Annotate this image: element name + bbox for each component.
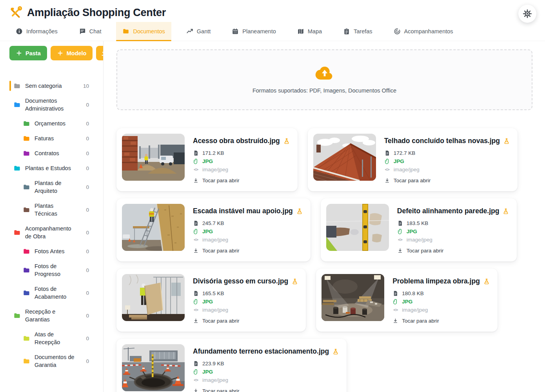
folder-row[interactable]: Sem categoria 10 <box>0 78 103 93</box>
folder-row[interactable]: Contratos 0 <box>0 146 103 161</box>
goal-icon <box>394 28 401 35</box>
add-folder-label: Pasta <box>25 50 41 56</box>
download-open-icon <box>193 318 199 324</box>
mime-type: image/jpeg <box>202 237 228 243</box>
folder-row[interactable]: Fotos Antes 0 <box>0 244 103 259</box>
folder-icon <box>23 289 30 297</box>
folder-row[interactable]: Plantas de Arquiteto 0 <box>0 176 103 198</box>
paperclip-icon <box>384 158 390 164</box>
calendar-icon <box>232 28 239 35</box>
tab-planeamento[interactable]: Planeamento <box>225 22 282 41</box>
document-card[interactable]: Escada instável mau apoio.jpg 245.7 KB J… <box>116 198 311 261</box>
folder-icon <box>23 267 30 274</box>
open-file-action[interactable]: Tocar para abrir <box>397 248 509 254</box>
folder-label: Fotos de Progresso <box>35 262 74 278</box>
open-file-label: Tocar para abrir <box>394 178 431 183</box>
open-file-label: Tocar para abrir <box>202 318 240 324</box>
upload-dropzone[interactable]: Formatos suportados: PDF, Imagens, Docum… <box>116 49 532 110</box>
document-name: Defeito alinhamento parede.jpg <box>397 207 500 215</box>
document-card[interactable]: Afundamento terreno estacionamento.jpg 2… <box>116 339 347 392</box>
document-card[interactable]: Defeito alinhamento parede.jpg 183.5 KB … <box>321 198 517 261</box>
folder-row[interactable]: Fotos de Acabamento 0 <box>0 281 103 304</box>
open-file-action[interactable]: Tocar para abrir <box>193 318 298 324</box>
code-icon: <> <box>392 307 398 313</box>
download-open-icon <box>193 388 199 392</box>
file-format-row: JPG <box>392 299 490 305</box>
code-icon: <> <box>193 167 199 172</box>
folder-count: 0 <box>79 313 89 319</box>
folder-row[interactable]: Acompanhamento de Obra 0 <box>0 221 103 244</box>
file-size-row: 165.5 KB <box>193 290 298 296</box>
folder-row[interactable]: Faturas 0 <box>0 131 103 146</box>
add-template-button[interactable]: Modelo <box>51 46 93 60</box>
document-card[interactable]: Telhado concluído telhas novas.jpg 172.7… <box>308 128 518 191</box>
download-open-icon <box>193 178 199 183</box>
settings-button[interactable] <box>518 5 536 23</box>
folder-icon <box>13 82 21 90</box>
folder-count: 10 <box>79 83 89 89</box>
folder-count: 0 <box>79 102 89 108</box>
tab-gantt[interactable]: Gantt <box>180 22 217 41</box>
paperclip-icon <box>397 229 403 234</box>
document-card[interactable]: Divisória gesso em curso.jpg 165.5 KB JP… <box>116 269 306 332</box>
flask-icon <box>483 278 490 285</box>
folder-count: 0 <box>79 358 89 364</box>
download-all-button[interactable] <box>96 46 104 60</box>
folder-row[interactable]: Documentos Administrativos 0 <box>0 93 103 116</box>
open-file-action[interactable]: Tocar para abrir <box>193 248 303 254</box>
tab-mapa[interactable]: Mapa <box>291 22 328 41</box>
file-size: 172.7 KB <box>394 150 416 156</box>
document-card[interactable]: Acesso obra obstruído.jpg 171.2 KB JPG <… <box>116 128 298 191</box>
file-size-row: 180.8 KB <box>392 290 490 296</box>
file-size-row: 245.7 KB <box>193 220 303 226</box>
folder-row[interactable]: Orçamentos 0 <box>0 116 103 131</box>
mime-type: image/jpeg <box>202 307 228 313</box>
folder-row[interactable]: Fotos de Progresso 0 <box>0 259 103 281</box>
folder-count: 0 <box>79 249 89 254</box>
folder-row[interactable]: Plantas e Estudos 0 <box>0 161 103 176</box>
open-file-action[interactable]: Tocar para abrir <box>384 178 510 183</box>
mime-type: image/jpeg <box>407 237 432 243</box>
folder-label: Plantas Técnicas <box>35 202 74 218</box>
file-icon <box>193 150 199 156</box>
add-folder-button[interactable]: Pasta <box>9 46 47 60</box>
document-name: Divisória gesso em curso.jpg <box>193 277 288 285</box>
folder-row[interactable]: Recepção e Garantias 0 <box>0 304 103 327</box>
folder-count: 0 <box>79 184 89 190</box>
download-open-icon <box>397 248 403 254</box>
tab-chat[interactable]: Chat <box>73 22 108 41</box>
tab-label: Gantt <box>197 28 211 34</box>
folder-label: Orçamentos <box>35 120 74 127</box>
chat-icon <box>79 28 86 35</box>
file-size: 165.5 KB <box>202 290 224 296</box>
tab-acompanhamentos[interactable]: Acompanhamentos <box>387 22 460 41</box>
folder-row[interactable]: Plantas Técnicas 0 <box>0 198 103 221</box>
open-file-action[interactable]: Tocar para abrir <box>193 388 339 392</box>
folder-row[interactable]: Documentos de Garantia 0 <box>0 350 103 372</box>
file-format-row: JPG <box>193 229 303 234</box>
folder-icon <box>23 120 30 127</box>
open-file-action[interactable]: Tocar para abrir <box>392 318 490 324</box>
file-format: JPG <box>407 229 417 234</box>
tab-label: Chat <box>89 28 102 34</box>
mime-type: image/jpeg <box>202 167 228 172</box>
file-format-row: JPG <box>384 158 510 164</box>
open-file-label: Tocar para abrir <box>202 388 240 392</box>
file-size: 171.2 KB <box>202 150 224 156</box>
tab-informacoes[interactable]: Informações <box>9 22 64 41</box>
document-card[interactable]: Problema limpeza obra.jpg 180.8 KB JPG <… <box>316 269 498 332</box>
file-size-row: 183.5 KB <box>397 220 509 226</box>
file-format-row: JPG <box>397 229 509 234</box>
code-icon: <> <box>193 237 199 243</box>
tab-documentos[interactable]: Documentos <box>116 22 171 41</box>
file-size: 180.8 KB <box>402 290 424 296</box>
tab-label: Mapa <box>308 28 322 34</box>
folder-row[interactable]: Atas de Recepção 0 <box>0 327 103 350</box>
tab-tarefas[interactable]: Tarefas <box>337 22 379 41</box>
folder-label: Plantas de Arquiteto <box>35 179 74 195</box>
file-format-row: JPG <box>193 158 290 164</box>
open-file-action[interactable]: Tocar para abrir <box>193 178 290 183</box>
download-icon <box>100 49 104 57</box>
content-area: Formatos suportados: PDF, Imagens, Docum… <box>104 41 545 392</box>
folder-icon <box>23 150 30 157</box>
